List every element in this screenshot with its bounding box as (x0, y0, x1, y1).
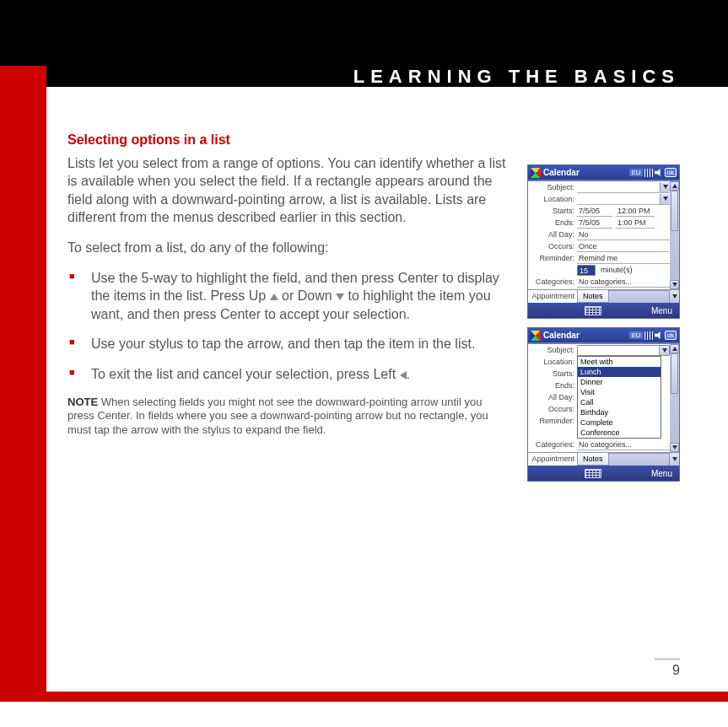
list-item[interactable]: Visit (578, 387, 661, 397)
keyboard-icon[interactable] (585, 306, 601, 315)
list-item[interactable]: Meet with (578, 357, 661, 367)
pda1-title-bar: Calendar EU ok (528, 165, 679, 180)
dropdown-arrow-icon[interactable] (660, 194, 670, 204)
list-item[interactable]: Complete (578, 417, 661, 428)
pda2-bottom-bar: Menu (528, 466, 679, 481)
windows-flag-icon (531, 331, 541, 341)
pda2-app-title: Calendar (543, 331, 627, 340)
note-paragraph: NOTE When selecting fields you might not… (67, 396, 506, 439)
starts-label: Starts: (528, 369, 577, 378)
dropdown-arrow-icon[interactable] (669, 290, 679, 303)
ends-date-field[interactable]: 7/5/05 (577, 218, 612, 229)
notes-tab[interactable]: Notes (577, 453, 609, 466)
body-text: Selecting options in a list Lists let yo… (67, 131, 506, 438)
subject-dropdown-list[interactable]: Meet with Lunch Dinner Visit Call Birthd… (577, 356, 661, 439)
reminder-label: Reminder: (528, 254, 577, 262)
section-heading: Selecting options in a list (67, 131, 506, 149)
pda2-tabbar: Appointment Notes (528, 452, 679, 466)
allday-label: All Day: (528, 230, 577, 239)
note-label: NOTE (67, 396, 98, 408)
pda-screenshot-1: Calendar EU ok Subject: Location: Starts… (527, 164, 680, 319)
windows-flag-icon (531, 168, 541, 178)
dropdown-arrow-icon[interactable] (660, 182, 670, 192)
notes-tab[interactable]: Notes (577, 290, 609, 303)
appointment-label: Appointment (528, 290, 577, 303)
occurs-label: Occurs: (528, 405, 577, 413)
chapter-title: LEARNING THE BASICS (353, 66, 680, 88)
scroll-thumb[interactable] (671, 353, 678, 394)
location-field[interactable] (577, 194, 670, 205)
instruction-list: Use the 5-way to highlight the field, an… (67, 269, 506, 384)
left-icon (400, 371, 407, 380)
pda2-scrollbar[interactable] (670, 344, 679, 452)
occurs-field[interactable]: Once (577, 241, 670, 252)
bullet-3: To exit the list and cancel your selecti… (67, 365, 506, 384)
pda1-app-title: Calendar (543, 168, 627, 177)
side-banner (0, 66, 46, 692)
up-icon (270, 293, 278, 300)
tab-filler (609, 290, 679, 303)
list-item[interactable]: Call (578, 397, 661, 407)
pda1-status-icons: EU ok (629, 168, 677, 177)
bottom-banner (0, 692, 728, 702)
subject-field[interactable] (577, 182, 670, 193)
page-number: 9 (655, 659, 680, 678)
pda1-form: Subject: Location: Starts: 7/5/05 12:00 … (528, 181, 679, 289)
list-item[interactable]: Birthday (578, 407, 661, 417)
eu-badge: EU (629, 169, 642, 176)
scroll-thumb[interactable] (671, 191, 678, 231)
list-intro: To select from a list, do any of the fol… (67, 239, 506, 257)
reminder-field[interactable]: Remind me (577, 253, 670, 264)
pda2-form: Subject: Location: Starts: Ends: All Day… (528, 344, 679, 452)
pda1-tabbar: Appointment Notes (528, 289, 679, 303)
pda1-bottom-bar: Menu (528, 303, 679, 318)
eu-badge: EU (629, 331, 642, 339)
pda1-scrollbar[interactable] (670, 181, 679, 289)
ok-button[interactable]: ok (665, 331, 677, 340)
list-item[interactable]: Dinner (578, 377, 661, 387)
pda-screenshot-2: Calendar EU ok Subject: Location: Starts… (527, 327, 680, 482)
occurs-label: Occurs: (528, 242, 577, 250)
scroll-track[interactable] (670, 353, 679, 443)
ends-label: Ends: (528, 218, 577, 227)
ends-label: Ends: (528, 381, 577, 390)
pda2-status-icons: EU ok (629, 331, 677, 340)
speaker-icon (655, 331, 663, 339)
speaker-icon (655, 169, 663, 176)
list-item[interactable]: Lunch (578, 367, 661, 377)
scroll-down-button[interactable] (670, 280, 679, 289)
dropdown-arrow-icon[interactable] (669, 453, 679, 466)
categories-field[interactable]: No categories... (577, 439, 670, 450)
dropdown-arrow-icon[interactable] (659, 345, 669, 356)
keyboard-icon[interactable] (585, 469, 601, 478)
reminder-label: Reminder: (528, 417, 577, 425)
menu-button[interactable]: Menu (651, 469, 672, 478)
bullet-2: Use your stylus to tap the arrow, and th… (67, 335, 506, 353)
intro-paragraph: Lists let you select from a range of opt… (67, 154, 506, 227)
bullet-1: Use the 5-way to highlight the field, an… (67, 269, 506, 324)
scroll-track[interactable] (670, 191, 679, 280)
reminder-unit-field[interactable]: minute(s) (599, 265, 670, 276)
categories-label: Categories: (528, 277, 577, 286)
starts-label: Starts: (528, 207, 577, 215)
allday-field[interactable]: No (577, 229, 670, 240)
appointment-label: Appointment (528, 453, 577, 466)
scroll-up-button[interactable] (670, 181, 679, 191)
tab-filler (609, 453, 679, 466)
starts-time-field[interactable]: 12:00 PM (616, 206, 655, 217)
menu-button[interactable]: Menu (651, 306, 672, 315)
subject-label: Subject: (528, 183, 577, 191)
scroll-down-button[interactable] (670, 443, 679, 452)
ok-button[interactable]: ok (665, 168, 677, 177)
list-item[interactable]: Conference (578, 428, 661, 438)
subject-field[interactable] (577, 345, 670, 356)
starts-date-field[interactable]: 7/5/05 (577, 206, 612, 217)
categories-field[interactable]: No categories... (577, 277, 670, 288)
scroll-up-button[interactable] (670, 344, 679, 353)
pda2-title-bar: Calendar EU ok (528, 328, 679, 342)
location-label: Location: (528, 358, 577, 366)
reminder-num-field[interactable]: 15 (577, 265, 596, 276)
location-label: Location: (528, 195, 577, 203)
subject-label: Subject: (528, 346, 577, 354)
ends-time-field[interactable]: 1:00 PM (616, 218, 655, 229)
